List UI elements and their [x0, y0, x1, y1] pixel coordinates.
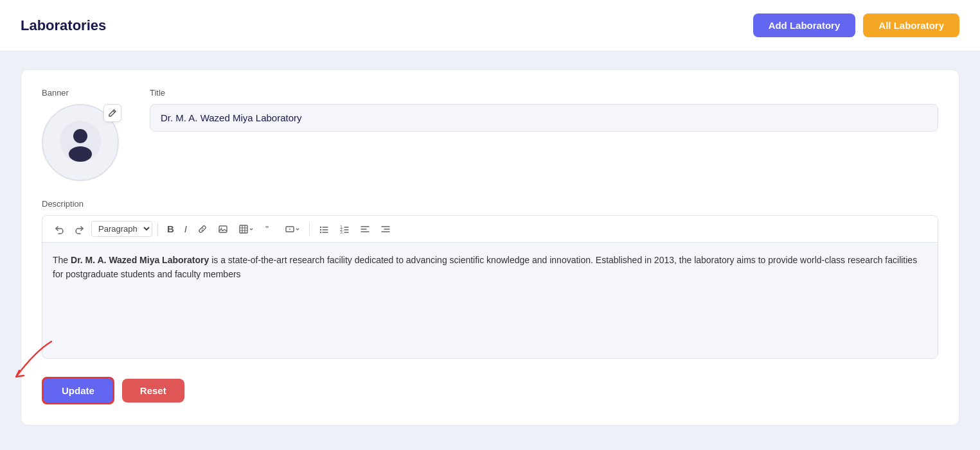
description-section: Description Paragraph Heading 1 — [42, 199, 938, 359]
align-left-button[interactable] — [356, 221, 374, 237]
editor-wrapper: Paragraph Heading 1 Heading 2 B I — [42, 215, 938, 359]
title-label: Title — [150, 88, 938, 98]
undo-button[interactable] — [50, 221, 68, 237]
avatar-edit-button[interactable] — [103, 104, 121, 122]
align-right-icon — [380, 224, 391, 234]
page-header: Laboratories Add Laboratory All Laborato… — [0, 0, 980, 51]
bold-button[interactable]: B — [163, 221, 178, 237]
all-laboratory-button[interactable]: All Laboratory — [863, 13, 959, 37]
update-button[interactable]: Update — [42, 377, 114, 404]
form-row-top: Banner — [42, 88, 938, 181]
editor-toolbar: Paragraph Heading 1 Heading 2 B I — [42, 216, 938, 243]
bullet-list-button[interactable] — [315, 221, 333, 237]
banner-section: Banner — [42, 88, 119, 181]
svg-point-1 — [73, 129, 87, 143]
paragraph-select[interactable]: Paragraph Heading 1 Heading 2 — [91, 221, 152, 237]
link-button[interactable] — [193, 221, 211, 237]
edit-icon — [108, 108, 117, 117]
ordered-list-button[interactable]: 1.2.3. — [335, 221, 353, 237]
svg-point-2 — [69, 146, 92, 162]
media-icon — [285, 224, 295, 234]
svg-point-13 — [320, 229, 321, 230]
svg-point-12 — [320, 226, 321, 227]
action-buttons: Update Reset — [42, 377, 938, 404]
media-button[interactable] — [281, 221, 304, 237]
blockquote-button[interactable]: " — [260, 221, 278, 237]
avatar-container — [42, 104, 119, 181]
header-buttons: Add Laboratory All Laboratory — [753, 13, 959, 37]
redo-button[interactable] — [71, 221, 89, 237]
page-wrapper: Laboratories Add Laboratory All Laborato… — [0, 0, 980, 450]
title-input[interactable] — [150, 104, 938, 132]
align-left-icon — [360, 224, 370, 234]
link-icon — [197, 224, 208, 234]
image-icon — [218, 224, 228, 234]
user-avatar-icon — [60, 121, 101, 164]
redo-icon — [75, 224, 85, 234]
italic-button[interactable]: I — [181, 221, 191, 237]
title-section: Title — [150, 88, 938, 132]
align-right-button[interactable] — [377, 221, 395, 237]
chevron-down-icon-2 — [295, 227, 300, 232]
editor-content[interactable]: The Dr. M. A. Wazed Miya Laboratory is a… — [42, 243, 938, 358]
toolbar-divider-2 — [309, 223, 310, 236]
banner-label: Banner — [42, 88, 119, 98]
svg-rect-5 — [240, 225, 247, 233]
undo-icon — [54, 224, 64, 234]
svg-text:": " — [265, 224, 269, 234]
svg-text:3.: 3. — [340, 230, 344, 234]
description-label: Description — [42, 199, 938, 209]
toolbar-divider-1 — [157, 223, 158, 236]
image-button[interactable] — [214, 221, 232, 237]
svg-point-4 — [221, 227, 222, 229]
quote-icon: " — [264, 224, 274, 234]
add-laboratory-button[interactable]: Add Laboratory — [753, 13, 856, 37]
svg-rect-3 — [219, 226, 227, 232]
table-icon — [238, 224, 249, 234]
page-title: Laboratories — [21, 17, 106, 34]
bullet-list-icon — [319, 224, 329, 234]
ordered-list-icon: 1.2.3. — [339, 224, 350, 234]
chevron-down-icon — [249, 227, 254, 232]
table-button[interactable] — [235, 221, 258, 237]
svg-point-14 — [320, 231, 321, 232]
form-card: Banner — [21, 69, 959, 426]
main-content: Banner — [0, 51, 980, 446]
reset-button[interactable]: Reset — [122, 379, 184, 402]
